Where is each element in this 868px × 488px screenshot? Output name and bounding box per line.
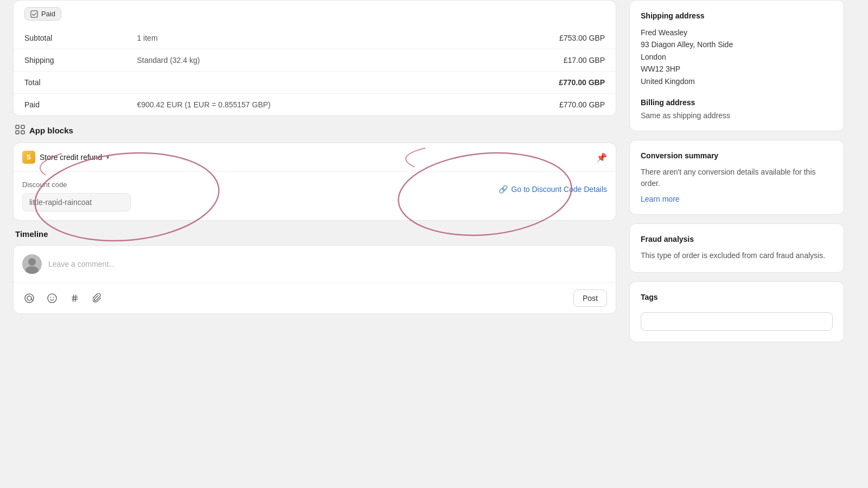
- go-to-discount-link[interactable]: 🔗 Go to Discount Code Details: [499, 181, 607, 198]
- subtotal-label: Subtotal: [14, 27, 126, 49]
- fraud-text: This type of order is excluded from card…: [641, 250, 833, 261]
- timeline-section: Timeline Leave a comment...: [13, 229, 616, 314]
- svg-point-12: [48, 294, 56, 303]
- discount-section: Discount code little-rapid-raincoat: [22, 181, 490, 211]
- app-blocks-section-title: App blocks: [13, 125, 616, 136]
- hashtag-button[interactable]: [68, 291, 82, 305]
- tags-card: Tags: [629, 281, 844, 342]
- table-row: Total £770.00 GBP: [14, 72, 616, 94]
- subtotal-mid: 1 item: [126, 27, 467, 49]
- shipping-title: Shipping address: [641, 11, 833, 20]
- total-amount: £770.00 GBP: [467, 72, 616, 94]
- pin-icon[interactable]: 📌: [596, 152, 607, 163]
- table-row: Subtotal 1 item £753.00 GBP: [14, 27, 616, 49]
- paid-mid: €900.42 EUR (1 EUR = 0.855157 GBP): [126, 94, 467, 116]
- billing-title: Billing address: [641, 98, 833, 107]
- svg-point-11: [25, 294, 34, 303]
- paid-badge: Paid: [24, 7, 61, 21]
- svg-rect-2: [21, 125, 24, 129]
- tags-title: Tags: [641, 293, 833, 301]
- table-row: Paid €900.42 EUR (1 EUR = 0.855157 GBP) …: [14, 94, 616, 116]
- learn-more-link[interactable]: Learn more: [641, 195, 680, 203]
- shipping-address: Fred Weasley 93 Diagon Alley, North Side…: [641, 27, 833, 87]
- avatar: [22, 254, 42, 274]
- sidebar: Shipping address Fred Weasley 93 Diagon …: [629, 0, 857, 488]
- post-button[interactable]: Post: [573, 290, 607, 307]
- address-card: Shipping address Fred Weasley 93 Diagon …: [629, 0, 844, 131]
- app-block-header: Store credit refund ▾ 📌: [14, 143, 616, 172]
- paid-label: Paid: [14, 94, 126, 116]
- emoji-button[interactable]: [45, 291, 59, 305]
- discount-link-section: 🔗 Go to Discount Code Details: [499, 181, 607, 198]
- timeline-actions: Post: [14, 283, 616, 313]
- shipping-label: Shipping: [14, 49, 126, 72]
- fraud-card: Fraud analysis This type of order is exc…: [629, 223, 844, 273]
- conversion-card: Conversion summary There aren't any conv…: [629, 140, 844, 215]
- checkmark-icon: [30, 10, 38, 18]
- tags-input[interactable]: [641, 312, 833, 331]
- conversion-title: Conversion summary: [641, 151, 833, 160]
- svg-rect-0: [31, 10, 37, 17]
- fraud-title: Fraud analysis: [641, 235, 833, 243]
- chevron-down-icon[interactable]: ▾: [106, 154, 110, 161]
- comment-input[interactable]: Leave a comment...: [48, 260, 607, 268]
- table-row: Shipping Standard (32.4 kg) £17.00 GBP: [14, 49, 616, 72]
- app-block-title: Store credit refund ▾: [22, 151, 110, 164]
- subtotal-amount: £753.00 GBP: [467, 27, 616, 49]
- svg-point-13: [50, 297, 52, 298]
- svg-rect-3: [16, 131, 19, 134]
- avatar-image: [22, 254, 42, 274]
- svg-point-10: [27, 296, 31, 300]
- discount-code-value: little-rapid-raincoat: [22, 193, 131, 211]
- tag-icon: 🔗: [499, 185, 508, 194]
- attach-button[interactable]: [91, 291, 105, 305]
- shipping-amount: £17.00 GBP: [467, 49, 616, 72]
- app-block-body: Discount code little-rapid-raincoat 🔗 Go…: [14, 172, 616, 220]
- app-block-card: Store credit refund ▾ 📌 Discount code li…: [13, 143, 616, 221]
- billing-value: Same as shipping address: [641, 111, 833, 120]
- svg-point-8: [28, 258, 36, 266]
- mention-button[interactable]: [22, 291, 36, 305]
- svg-point-14: [53, 297, 54, 298]
- conversion-text: There aren't any conversion details avai…: [641, 166, 833, 189]
- discount-label: Discount code: [22, 181, 490, 189]
- comment-row: Leave a comment...: [14, 246, 616, 283]
- timeline-section-title: Timeline: [13, 229, 616, 239]
- svg-rect-4: [21, 131, 24, 134]
- summary-table: Subtotal 1 item £753.00 GBP Shipping Sta…: [14, 27, 616, 115]
- timeline-card: Leave a comment...: [13, 245, 616, 314]
- shipping-mid: Standard (32.4 kg): [126, 49, 467, 72]
- svg-rect-1: [16, 125, 19, 129]
- app-icon: [22, 151, 35, 164]
- total-mid: [126, 72, 467, 94]
- total-label: Total: [14, 72, 126, 94]
- app-blocks-icon: [15, 125, 25, 136]
- paid-amount: £770.00 GBP: [467, 94, 616, 116]
